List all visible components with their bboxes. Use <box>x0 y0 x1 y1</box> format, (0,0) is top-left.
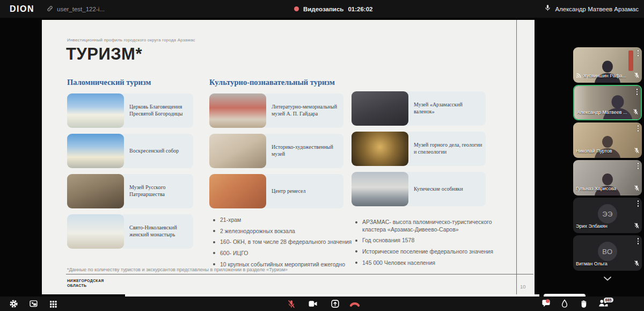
hand-icon <box>580 299 588 308</box>
region-logo: НИЖЕГОРОДСКАЯ ОБЛАСТЬ <box>67 278 104 288</box>
facts-list-left: 21-храм 2 железнодорожных вокзала 160- О… <box>212 216 356 272</box>
tile-menu-button[interactable] <box>638 50 639 56</box>
mic-muted-icon <box>634 184 640 193</box>
top-bar: DION user_test_122-i... Видеозапись 01:2… <box>0 0 644 18</box>
card-photo-nikolaevsky-monastery <box>67 214 124 249</box>
card-label: Церковь Благовещения Пресвятой Богородиц… <box>129 104 190 118</box>
hangup-icon <box>349 300 360 308</box>
apps-grid-button[interactable] <box>44 296 62 311</box>
current-user: Александр Матвеев Арзамас <box>544 0 639 18</box>
fact-item: 2 железнодорожных вокзала <box>212 228 356 235</box>
card-photo-blagoveshchenia-church <box>67 93 124 128</box>
presentation-stage: Инвестиционный профиль городского округа… <box>0 18 572 296</box>
card-photo-gaidar-museum <box>209 93 266 128</box>
participant-tile-active-speaker[interactable]: Александр Матвеев ... <box>573 85 642 120</box>
tile-menu-button[interactable] <box>638 163 639 169</box>
fact-item: 145 000 Человек населения <box>354 259 500 267</box>
fact-item: 160- ОКН, в том числе 28 федерального зн… <box>212 238 356 246</box>
meeting-room-name: user_test_122-i... <box>57 6 105 12</box>
tile-menu-button[interactable] <box>638 238 639 244</box>
column-cultural: Культурно-познавательный туризм Литерату… <box>209 78 343 214</box>
fact-item: 21-храм <box>212 216 356 224</box>
presentation-slide: Инвестиционный профиль городского округа… <box>42 20 535 294</box>
recording-label: Видеозапись <box>303 6 343 12</box>
slide-footnote: *Данные по количеству туристов и экскурс… <box>67 267 288 272</box>
participant-name: Витман Ольга <box>576 261 632 266</box>
attraction-card: Свято-Николаевский женский монастырь <box>67 214 193 249</box>
card-label: Музей Русского Патриаршества <box>129 184 190 198</box>
microphone-status-icon <box>544 4 551 14</box>
participants-panel: Хусяиншин Рафа... Александр Матвеев ... <box>573 47 642 284</box>
slide-vertical-line <box>516 20 517 294</box>
column-header: Культурно-познавательный туризм <box>209 78 343 88</box>
participant-name: Гульназ Харисова <box>576 186 632 191</box>
facts-list-right: АРЗАМАС- высота паломническо-туристическ… <box>354 219 500 270</box>
participant-name: Николай Пуртов <box>576 148 632 154</box>
slide-kicker: Инвестиционный профиль городского округа… <box>67 38 195 42</box>
card-photo-resurrection-cathedral <box>67 134 124 168</box>
leave-call-button[interactable] <box>346 296 364 311</box>
bottom-toolbar: 685 <box>0 296 644 311</box>
attraction-card: Музей «Арзамасский валенок» <box>352 91 486 126</box>
participant-tile[interactable]: ЭЭ Эрих Элбакян <box>573 198 642 233</box>
card-label: Историко-художественный музей <box>272 144 340 158</box>
tile-menu-button[interactable] <box>636 89 638 95</box>
fact-item: 600- ИЦГО <box>212 250 356 257</box>
attraction-card: Музей Русского Патриаршества <box>67 174 193 208</box>
card-photo-valenok-museum <box>352 91 408 126</box>
mic-muted-icon <box>634 146 640 156</box>
camera-toggle-button[interactable] <box>304 296 322 311</box>
card-label: Свято-Николаевский женский монастырь <box>129 225 190 238</box>
attraction-card: Воскресенский собор <box>67 134 193 168</box>
scroll-down-button[interactable] <box>573 274 642 284</box>
participant-name: Эрих Элбакян <box>576 223 632 229</box>
fact-item: Историческое поселение федерального знач… <box>354 248 500 256</box>
tile-menu-button[interactable] <box>638 200 639 207</box>
attraction-card: Музей горного дела, геологии и спелеолог… <box>352 132 486 166</box>
participant-tile[interactable]: Николай Пуртов <box>573 122 642 158</box>
reactions-button[interactable] <box>555 296 574 311</box>
flag-decoration <box>628 50 633 71</box>
card-photo-crafts-center <box>209 174 266 208</box>
participant-tile[interactable]: Гульназ Харисова <box>573 160 642 196</box>
dion-meeting-window: DION user_test_122-i... Видеозапись 01:2… <box>0 0 644 311</box>
recording-dot <box>294 6 299 11</box>
participants-count-badge: 685 <box>604 298 613 302</box>
card-photo-merchant-mansions <box>352 172 408 206</box>
mic-muted-icon <box>634 221 640 231</box>
microphone-toggle-button[interactable] <box>282 296 301 311</box>
participants-button[interactable]: 685 <box>594 296 612 311</box>
slide-title: ТУРИЗМ* <box>66 45 142 64</box>
chat-button[interactable] <box>537 296 555 311</box>
card-photo-patriarchate-museum <box>67 174 124 208</box>
attraction-card: Историко-художественный музей <box>209 134 343 168</box>
settings-button[interactable] <box>4 296 23 311</box>
participant-tile[interactable]: Хусяиншин Рафа... <box>573 47 642 83</box>
card-label: Музей «Арзамасский валенок» <box>414 102 482 115</box>
fact-item: АРЗАМАС- высота паломническо-туристическ… <box>354 219 500 233</box>
avatar: ВО <box>598 242 617 261</box>
meeting-room-link[interactable]: user_test_122-i... <box>46 5 105 13</box>
mic-muted-icon <box>287 299 296 309</box>
raise-hand-button[interactable] <box>575 296 593 311</box>
picture-in-picture-button[interactable] <box>24 296 42 311</box>
link-icon <box>46 5 54 13</box>
share-screen-button[interactable] <box>326 296 344 311</box>
participant-tile[interactable]: ВО Витман Ольга <box>573 235 642 271</box>
chat-notification-dot <box>546 299 550 303</box>
column-museums: Музей «Арзамасский валенок» Музей горног… <box>352 91 486 212</box>
recording-indicator: Видеозапись 01:26:02 <box>294 0 372 18</box>
attraction-card: Купеческие особняки <box>352 172 486 206</box>
camera-icon <box>308 300 318 308</box>
avatar: ЭЭ <box>598 204 617 223</box>
fact-item: Год основания 1578 <box>354 237 500 244</box>
card-label: Воскресенский собор <box>129 148 179 155</box>
recording-timer: 01:26:02 <box>348 6 372 12</box>
card-label: Купеческие особняки <box>414 186 463 193</box>
mic-muted-icon <box>634 259 640 269</box>
attraction-card: Литературно-мемориальный музей А. П. Гай… <box>209 93 343 128</box>
tile-menu-button[interactable] <box>638 125 639 132</box>
attraction-card: Церковь Благовещения Пресвятой Богородиц… <box>67 93 193 128</box>
chevron-down-icon <box>604 277 611 281</box>
card-photo-art-museum <box>209 134 266 168</box>
